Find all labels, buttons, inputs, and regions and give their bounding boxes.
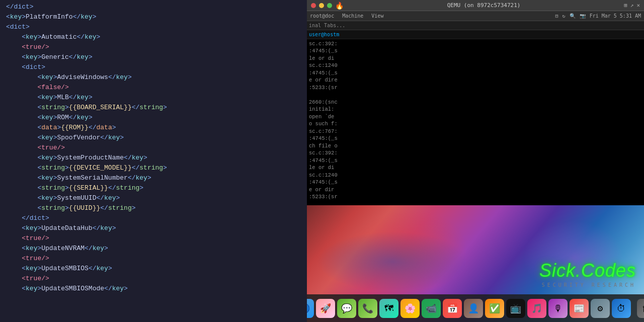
sick-codes-branding: Sick.Codes SECURITY RESEARCH (531, 256, 644, 292)
code-line: <string>{{SERIAL}}</string> (0, 183, 307, 193)
macos-dock: 🔵 🚀 💬 📞 🗺 🌸 📹 📅 (307, 294, 644, 322)
window-close-x[interactable]: ✕ (636, 2, 640, 9)
terminal-line: :4745:(_s (309, 47, 642, 54)
terminal-line: initial: (309, 106, 642, 113)
code-line: <true/> (0, 254, 307, 264)
code-line: <key>Automatic</key> (0, 32, 307, 42)
terminal-line: o such f: (309, 120, 642, 127)
photos-icon[interactable]: 🌸 (400, 299, 420, 318)
code-line: <dict> (0, 22, 307, 32)
toolbar-icon-search[interactable]: 🔍 (570, 13, 576, 19)
window-icon-2[interactable]: ↗ (630, 2, 634, 9)
terminal-tabs-label: inal Tabs... (309, 23, 345, 28)
qemu-menu-view[interactable]: View (371, 13, 383, 19)
desktop-blob-blue (317, 231, 468, 292)
toolbar-icon-2[interactable]: ↻ (562, 13, 566, 19)
podcasts-icon[interactable]: 🎙 (548, 299, 568, 318)
code-line: <true/> (0, 42, 307, 52)
window-icon-1[interactable]: ⊞ (624, 2, 627, 9)
code-line: <data>{{ROM}}</data> (0, 123, 307, 133)
code-line: <key>MLB</key> (0, 93, 307, 103)
qemu-window: 🔥 QEMU (on 8972c5734721) ⊞ ↗ ✕ root@doc … (307, 0, 644, 322)
terminal-line: sc.c:392: (309, 149, 642, 156)
contacts-icon[interactable]: 👤 (464, 299, 483, 318)
terminal-line (309, 201, 642, 205)
music-icon[interactable]: 🎵 (527, 299, 546, 318)
code-line: <true/> (0, 233, 307, 244)
terminal-line: sc.c:767: (309, 128, 642, 135)
user-host-label: user@hostm (309, 32, 339, 37)
terminal-line: :4745:(_s (309, 69, 642, 76)
code-line: <key>SystemSerialNumber</key> (0, 173, 307, 183)
news-icon[interactable]: 📰 (570, 299, 589, 318)
terminal-line: open `de (309, 113, 642, 120)
window-minimize-button[interactable] (319, 3, 324, 8)
macos-desktop: Sick.Codes SECURITY RESEARCH 🔵 🚀 💬 📞 🗺 🌸 (307, 205, 644, 322)
finder-icon[interactable]: 🔵 (307, 299, 314, 318)
qemu-flame-icon: 🔥 (335, 2, 344, 10)
terminal-line: sc.c:392: (309, 40, 642, 47)
terminal-output: sc.c:392: :4745:(_s le or di sc.c:1240 :… (307, 39, 644, 205)
terminal-line (309, 91, 642, 98)
code-line: <string>{{BOARD_SERIAL}}</string> (0, 103, 307, 113)
facetime-icon[interactable]: 📹 (422, 299, 441, 318)
code-line: <key>AdviseWindows</key> (0, 72, 307, 83)
screentime-icon[interactable]: ⏱ (612, 299, 631, 318)
terminal-line: :5233:(sr (309, 84, 642, 91)
qemu-title: QEMU (on 8972c5734721) (347, 2, 621, 9)
qemu-menu-machine[interactable]: Machine (342, 13, 363, 19)
phone-icon[interactable]: 📞 (358, 299, 377, 318)
launchpad-icon[interactable]: 🚀 (316, 299, 335, 318)
code-line: <key>ROM</key> (0, 113, 307, 123)
code-line: <dict> (0, 62, 307, 72)
branding-subtitle: SECURITY RESEARCH (539, 282, 636, 288)
qemu-titlebar: 🔥 QEMU (on 8972c5734721) ⊞ ↗ ✕ (307, 0, 644, 11)
terminal-line: le or di (309, 55, 642, 62)
code-line: <key>SystemUUID</key> (0, 193, 307, 203)
code-line: <string>{{DEVICE_MODEL}}</string> (0, 163, 307, 173)
code-line: </dict> (0, 213, 307, 223)
reminders-icon[interactable]: ✅ (485, 299, 504, 318)
terminal-line: le or di (309, 164, 642, 171)
terminal-line: sc.c:1240 (309, 172, 642, 179)
code-line: <key>UpdateDataHub</key> (0, 223, 307, 233)
code-line: <key>Generic</key> (0, 52, 307, 62)
terminal-line: :4745:(_s (309, 179, 642, 186)
toolbar-icon-1[interactable]: ⊟ (555, 13, 558, 19)
system-prefs-icon[interactable]: ⚙️ (591, 299, 610, 318)
terminal-line: e or dire (309, 76, 642, 84)
code-line: <true/> (0, 274, 307, 284)
maps-icon[interactable]: 🗺 (379, 299, 398, 318)
code-line: <key>SystemProductName</key> (0, 153, 307, 163)
terminal-line: 2660:(snc (309, 99, 642, 106)
terminal-line: sc.c:1240 (309, 62, 642, 69)
code-line: </dict> (0, 2, 307, 12)
code-line: <key>UpdateSMBIOS</key> (0, 264, 307, 274)
code-line: <key>UpdateSMBIOSMode</key> (0, 284, 307, 294)
code-editor: </dict> <key>PlatformInfo</key> <dict> <… (0, 0, 307, 322)
trash-icon[interactable]: 🗑 (637, 299, 644, 318)
code-line: <false/> (0, 83, 307, 93)
code-line: <key>SpoofVendor</key> (0, 133, 307, 143)
code-line: <key>PlatformInfo</key> (0, 12, 307, 22)
terminal-line: ch file o (309, 142, 642, 149)
terminal-line: :5233:(sr (309, 193, 642, 200)
window-maximize-button[interactable] (327, 3, 332, 8)
terminal-line: :4745:(_s (309, 157, 642, 164)
appletv-icon[interactable]: 📺 (506, 299, 525, 318)
code-line: <string>{{UUID}}</string> (0, 203, 307, 213)
code-line: <key>UpdateNVRAM</key> (0, 244, 307, 254)
window-close-button[interactable] (311, 3, 316, 8)
calendar-icon[interactable]: 📅 (443, 299, 462, 318)
code-line: <true/> (0, 143, 307, 153)
terminal-user-label: root@doc (310, 13, 334, 19)
terminal-line: :4745:(_s (309, 135, 642, 142)
toolbar-icon-camera[interactable]: 📷 (580, 13, 586, 19)
status-time: Fri Mar 5 5:31 AM (590, 13, 641, 19)
branding-logo-text: Sick.Codes (539, 260, 636, 281)
messages-icon[interactable]: 💬 (337, 299, 356, 318)
terminal-line: e or dir (309, 186, 642, 193)
